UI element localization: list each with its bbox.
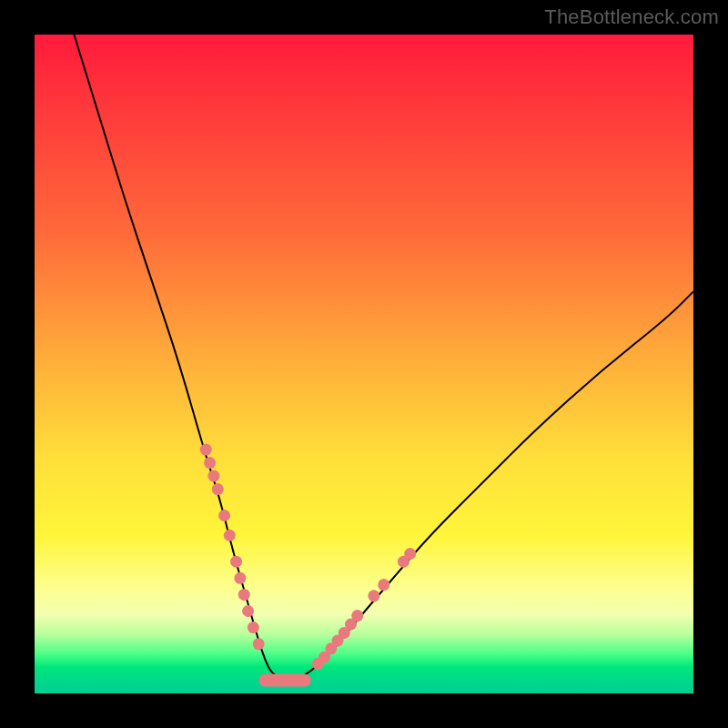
highlight-dot (238, 589, 250, 601)
watermark-text: TheBottleneck.com (544, 5, 719, 29)
highlight-dot (248, 622, 259, 633)
highlight-dot (224, 530, 236, 541)
chart-frame: TheBottleneck.com (0, 0, 728, 728)
highlight-dot (368, 590, 379, 602)
highlight-dot (212, 483, 224, 495)
right-highlight-dots (312, 548, 416, 670)
highlight-dot (230, 556, 242, 568)
highlight-dot (404, 548, 416, 560)
highlight-dot (218, 510, 230, 521)
highlight-dot (200, 444, 212, 456)
highlight-dot (378, 579, 389, 591)
plot-area (35, 35, 693, 693)
highlight-dot (242, 605, 254, 617)
highlight-dot (234, 572, 246, 584)
highlight-dot (207, 470, 219, 482)
highlight-dot (204, 457, 216, 469)
highlight-dot (351, 610, 363, 622)
highlight-dot (253, 638, 265, 650)
curve-svg (35, 35, 693, 693)
